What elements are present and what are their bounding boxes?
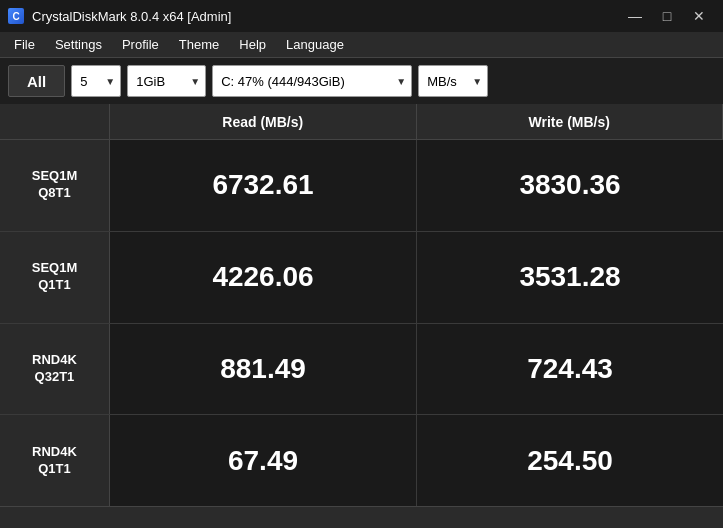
table-row: SEQ1MQ8T1 6732.61 3830.36 — [0, 140, 723, 232]
maximize-button[interactable]: □ — [651, 0, 683, 32]
table-row: RND4KQ1T1 67.49 254.50 — [0, 415, 723, 506]
table-row: SEQ1MQ1T1 4226.06 3531.28 — [0, 232, 723, 324]
minimize-button[interactable]: — — [619, 0, 651, 32]
row-label-seq1m-q1t1: SEQ1MQ1T1 — [0, 232, 110, 323]
menu-item-settings[interactable]: Settings — [45, 34, 112, 55]
row-write-rnd4k-q32t1: 724.43 — [417, 324, 723, 415]
row-read-rnd4k-q1t1: 67.49 — [110, 415, 417, 506]
size-select-wrapper: 16MiB 64MiB 256MiB 1GiB 4GiB 16GiB 32GiB… — [127, 65, 206, 97]
row-read-seq1m-q1t1: 4226.06 — [110, 232, 417, 323]
menu-item-help[interactable]: Help — [229, 34, 276, 55]
close-button[interactable]: ✕ — [683, 0, 715, 32]
header-read: Read (MB/s) — [110, 104, 417, 139]
row-read-seq1m-q8t1: 6732.61 — [110, 140, 417, 231]
window-title: CrystalDiskMark 8.0.4 x64 [Admin] — [32, 9, 231, 24]
runs-select-wrapper: 1 3 5 9 ▼ — [71, 65, 121, 97]
menu-item-profile[interactable]: Profile — [112, 34, 169, 55]
unit-select-wrapper: MB/s GB/s IOPS μs ▼ — [418, 65, 488, 97]
main-content: Read (MB/s) Write (MB/s) SEQ1MQ8T1 6732.… — [0, 104, 723, 506]
title-bar-left: C CrystalDiskMark 8.0.4 x64 [Admin] — [8, 8, 231, 24]
menu-item-language[interactable]: Language — [276, 34, 354, 55]
status-bar — [0, 506, 723, 528]
toolbar: All 1 3 5 9 ▼ 16MiB 64MiB 256MiB 1GiB 4G… — [0, 58, 723, 104]
row-read-rnd4k-q32t1: 881.49 — [110, 324, 417, 415]
table-body: SEQ1MQ8T1 6732.61 3830.36 SEQ1MQ1T1 4226… — [0, 140, 723, 506]
header-write: Write (MB/s) — [417, 104, 724, 139]
all-button[interactable]: All — [8, 65, 65, 97]
title-bar-controls: — □ ✕ — [619, 0, 715, 32]
drive-select-wrapper: C: 47% (444/943GiB) ▼ — [212, 65, 412, 97]
row-label-rnd4k-q1t1: RND4KQ1T1 — [0, 415, 110, 506]
unit-select[interactable]: MB/s GB/s IOPS μs — [418, 65, 488, 97]
table-row: RND4KQ32T1 881.49 724.43 — [0, 324, 723, 416]
drive-select[interactable]: C: 47% (444/943GiB) — [212, 65, 412, 97]
title-bar: C CrystalDiskMark 8.0.4 x64 [Admin] — □ … — [0, 0, 723, 32]
row-label-rnd4k-q32t1: RND4KQ32T1 — [0, 324, 110, 415]
row-write-seq1m-q8t1: 3830.36 — [417, 140, 723, 231]
runs-select[interactable]: 1 3 5 9 — [71, 65, 121, 97]
menu-item-file[interactable]: File — [4, 34, 45, 55]
menu-item-theme[interactable]: Theme — [169, 34, 229, 55]
size-select[interactable]: 16MiB 64MiB 256MiB 1GiB 4GiB 16GiB 32GiB… — [127, 65, 206, 97]
row-label-seq1m-q8t1: SEQ1MQ8T1 — [0, 140, 110, 231]
header-label-cell — [0, 104, 110, 139]
row-write-rnd4k-q1t1: 254.50 — [417, 415, 723, 506]
row-write-seq1m-q1t1: 3531.28 — [417, 232, 723, 323]
app-icon: C — [8, 8, 24, 24]
table-header: Read (MB/s) Write (MB/s) — [0, 104, 723, 140]
menu-bar: File Settings Profile Theme Help Languag… — [0, 32, 723, 58]
